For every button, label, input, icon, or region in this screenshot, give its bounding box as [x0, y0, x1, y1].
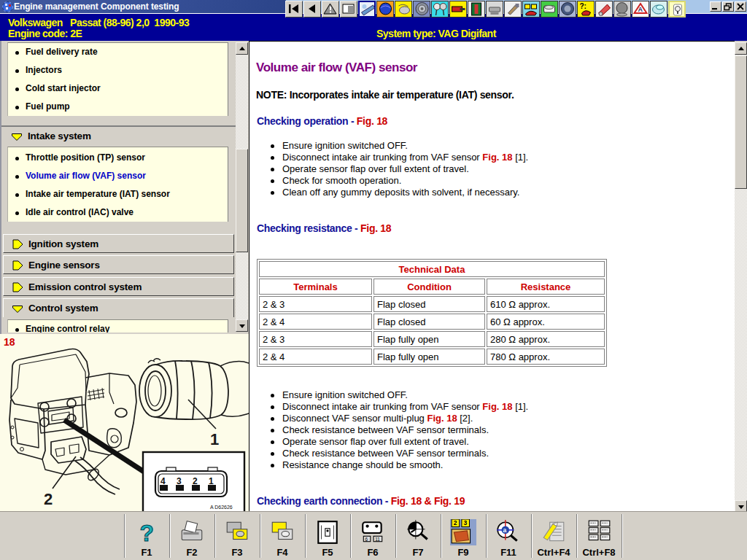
svg-text:2: 2 — [44, 490, 53, 508]
svg-text:?: ? — [139, 520, 153, 545]
svg-text:A: A — [638, 6, 643, 13]
svg-text:11: 11 — [375, 537, 380, 542]
svg-text:3: 3 — [177, 476, 182, 486]
svg-text:2: 2 — [193, 476, 198, 486]
svg-text:?:: ?: — [580, 2, 587, 10]
svg-text:3: 3 — [464, 519, 468, 526]
svg-text:a: a — [503, 526, 507, 534]
svg-text:1: 1 — [210, 430, 219, 448]
svg-text:1: 1 — [209, 476, 214, 486]
svg-text:6: 6 — [365, 537, 368, 542]
svg-text:A D62626: A D62626 — [210, 505, 233, 510]
svg-text:2: 2 — [454, 519, 457, 526]
svg-text:4: 4 — [160, 476, 166, 486]
